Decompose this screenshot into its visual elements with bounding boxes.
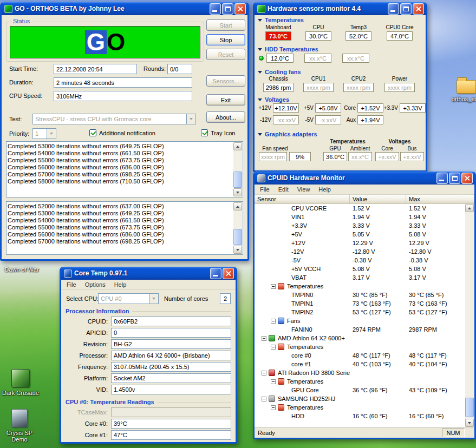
maximize-button[interactable]	[400, 3, 412, 15]
graphics-adapters-section-header[interactable]: Graphics adapters	[258, 131, 317, 137]
sensor-row[interactable]: +3.3V 3.33 V 3.33 V	[255, 221, 465, 230]
sensor-row[interactable]: Temperatures	[255, 403, 465, 412]
orthos-button[interactable]: Exit	[206, 94, 245, 106]
field-value[interactable]	[111, 407, 231, 417]
sensor-row[interactable]: HDD 16 °C (60 °F) 16 °C (60 °F)	[255, 412, 465, 420]
tree-collapse-icon[interactable]	[271, 284, 276, 289]
scroll-down-button[interactable]	[233, 246, 242, 254]
field-value[interactable]: 1.4500v	[111, 385, 231, 394]
close-button[interactable]	[461, 173, 473, 184]
menu-item[interactable]: Edit	[274, 185, 293, 194]
chevron-down-icon[interactable]	[47, 129, 56, 139]
close-button[interactable]	[223, 268, 234, 279]
log-scrollbar[interactable]	[233, 202, 242, 254]
tree-collapse-icon[interactable]	[262, 397, 266, 401]
checkbox-checked-icon[interactable]	[89, 129, 96, 136]
chevron-down-icon[interactable]	[149, 294, 158, 304]
minimize-button[interactable]	[436, 173, 448, 184]
scroll-thumb[interactable]	[465, 398, 474, 417]
sensor-row[interactable]: VBAT 3.17 V 3.17 V	[255, 273, 465, 282]
orthos-button[interactable]: Reset	[206, 49, 245, 60]
cooling-fans-section-header[interactable]: Cooling fans	[258, 69, 301, 75]
orthos-button[interactable]: Sensors...	[206, 75, 245, 87]
sensor-row[interactable]: +5V VCCH 5.08 V 5.08 V	[255, 265, 465, 273]
select-cpu-dropdown[interactable]: CPU #0	[98, 293, 159, 304]
checkbox-checked-icon[interactable]	[201, 129, 208, 136]
tree-collapse-icon[interactable]	[262, 371, 266, 375]
field-value[interactable]: BH-G2	[111, 339, 231, 349]
menu-item[interactable]: View	[293, 185, 315, 194]
voltages-section-header[interactable]: Voltages	[258, 96, 289, 103]
close-button[interactable]	[413, 3, 424, 15]
orthos-button[interactable]: Start	[206, 19, 245, 31]
field-value[interactable]: Socket AM2	[111, 373, 231, 383]
scroll-thumb[interactable]	[233, 172, 242, 188]
field-value[interactable]: 0	[111, 328, 231, 338]
field-value[interactable]: 3107.05MHz (200.45 x 15.5)	[111, 362, 231, 372]
sensor-row[interactable]: FANIN0 2974 RPM 2987 RPM	[255, 325, 465, 334]
chevron-down-icon[interactable]	[186, 114, 195, 124]
sensor-row[interactable]: CPU VCORE 1.52 V 1.52 V	[255, 204, 465, 213]
scroll-up-button[interactable]	[233, 142, 242, 150]
close-button[interactable]	[234, 3, 246, 15]
sensor-row[interactable]: +5V 5.05 V 5.08 V	[255, 230, 465, 239]
test-dropdown[interactable]: StressCPU - stress CPU with Gromacs core	[32, 114, 196, 124]
maximize-button[interactable]	[449, 173, 460, 184]
sensor-row[interactable]: AMD Athlon 64 X2 6000+	[255, 334, 465, 342]
menu-item[interactable]: Options	[81, 280, 110, 289]
sensor-row[interactable]: TMPIN2 53 °C (127 °F) 53 °C (127 °F)	[255, 308, 465, 317]
column-header-value[interactable]: Value	[350, 195, 406, 203]
scroll-thumb[interactable]	[233, 229, 242, 245]
desktop-icon-dark-crusade[interactable]: Dark Crusade	[0, 369, 41, 396]
field-value[interactable]: 47°C	[111, 430, 231, 440]
desktop-icon-crysis-sp-demo[interactable]: Crysis SP Demo	[3, 409, 36, 443]
sensor-row[interactable]: VIN1 1.94 V 1.94 V	[255, 213, 465, 221]
sensor-row[interactable]: +12V 12.29 V 12.29 V	[255, 239, 465, 247]
tree-collapse-icon[interactable]	[262, 336, 266, 341]
number-of-cores-field[interactable]: 2	[220, 293, 231, 304]
sensor-row[interactable]: TMPIN0 30 °C (85 °F) 30 °C (85 °F)	[255, 291, 465, 299]
maximize-button[interactable]	[222, 3, 233, 15]
minimize-button[interactable]	[388, 3, 399, 15]
sensor-row[interactable]: -5V -0.38 V -0.38 V	[255, 256, 465, 265]
orthos-titlebar[interactable]: GO - ORTHOS BETA by Johnny Lee	[2, 2, 247, 15]
tree-collapse-icon[interactable]	[271, 379, 276, 384]
menu-item[interactable]: File	[62, 280, 81, 289]
start-time-field[interactable]: 22.12.2008 20:54	[54, 64, 137, 74]
rounds-field[interactable]: 0/0	[167, 64, 192, 74]
field-value[interactable]: 0x60FB2	[111, 317, 231, 326]
tray-icon-checkbox[interactable]: Tray Icon	[201, 129, 235, 136]
sensor-row[interactable]: ATI Radeon HD 3800 Series	[255, 368, 465, 377]
sensor-row[interactable]: core #0 48 °C (117 °F) 48 °C (117 °F)	[255, 351, 465, 360]
hwmonitor-titlebar[interactable]: CPUID Hardware Monitor	[255, 172, 474, 185]
scroll-down-button[interactable]	[465, 419, 474, 427]
field-value[interactable]: 39°C	[111, 419, 231, 429]
tree-collapse-icon[interactable]	[271, 319, 276, 324]
hsm-titlebar[interactable]: Hardware sensors monitor 4.4	[255, 2, 426, 15]
log-scrollbar[interactable]	[233, 142, 242, 196]
cpu-speed-field[interactable]: 3106MHz	[54, 91, 192, 101]
sensor-row[interactable]: -12V -12.80 V -12.80 V	[255, 247, 465, 256]
sensor-row[interactable]: TMPIN1 73 °C (163 °F) 73 °C (163 °F)	[255, 299, 465, 308]
scroll-down-button[interactable]	[233, 188, 242, 196]
menu-item[interactable]: File	[256, 185, 274, 194]
sensor-row[interactable]: Fans	[255, 317, 465, 325]
orthos-log-current[interactable]: Completed 53000 iterations without error…	[6, 141, 243, 197]
hdd-temperatures-section-header[interactable]: HDD Temperatures	[258, 46, 318, 52]
sensor-row[interactable]: GPU Core 36 °C (96 °F) 43 °C (109 °F)	[255, 386, 465, 394]
tree-collapse-icon[interactable]	[271, 345, 276, 350]
minimize-button[interactable]	[210, 3, 221, 15]
column-header-max[interactable]: Max	[406, 195, 474, 203]
column-header-sensor[interactable]: Sensor	[255, 195, 350, 203]
menu-item[interactable]: Help	[110, 280, 131, 289]
sensor-row[interactable]: SAMSUNG HD252HJ	[255, 394, 465, 403]
minimize-button[interactable]	[210, 268, 221, 279]
priority-dropdown[interactable]: 1	[32, 128, 56, 139]
field-value[interactable]: AMD Athlon 64 X2 6000+ (Brisbane)	[111, 351, 231, 360]
sensor-row[interactable]: core #1 40 °C (103 °F) 40 °C (104 °F)	[255, 360, 465, 368]
scroll-up-button[interactable]	[465, 204, 474, 212]
orthos-button[interactable]: About...	[206, 111, 245, 123]
sensor-row[interactable]: Temperatures	[255, 282, 465, 291]
orthos-button[interactable]: Stop	[206, 34, 245, 45]
sensor-row[interactable]: Temperatures	[255, 377, 465, 386]
